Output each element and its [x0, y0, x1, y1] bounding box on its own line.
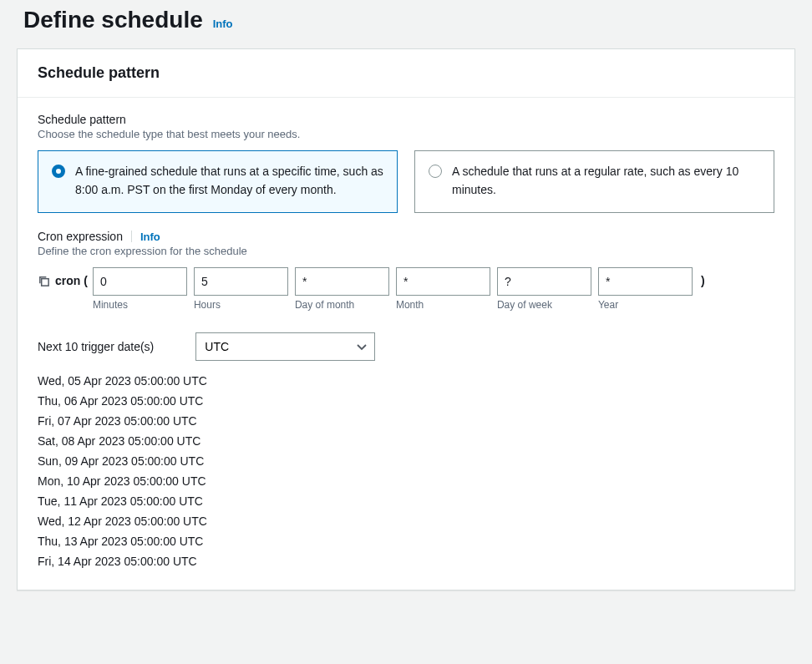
- divider: [131, 231, 132, 242]
- trigger-date: Thu, 13 Apr 2023 05:00:00 UTC: [38, 531, 774, 551]
- schedule-pattern-panel: Schedule pattern Schedule pattern Choose…: [17, 48, 795, 591]
- cron-minutes-input[interactable]: [93, 267, 187, 296]
- copy-icon[interactable]: [38, 275, 50, 287]
- next-triggers-label: Next 10 trigger date(s): [38, 340, 154, 353]
- trigger-date: Thu, 06 Apr 2023 05:00:00 UTC: [38, 391, 774, 411]
- trigger-date: Tue, 11 Apr 2023 05:00:00 UTC: [38, 491, 774, 511]
- cron-prefix-label: cron (: [55, 274, 88, 287]
- cron-day-of-week-input[interactable]: [497, 267, 591, 296]
- cron-day-of-month-input[interactable]: [295, 267, 389, 296]
- cron-info-link[interactable]: Info: [140, 231, 160, 243]
- trigger-date: Fri, 07 Apr 2023 05:00:00 UTC: [38, 411, 774, 431]
- cron-expression-section: Cron expression Info Define the cron exp…: [38, 230, 774, 311]
- schedule-pattern-section: Schedule pattern Choose the schedule typ…: [38, 113, 774, 213]
- info-link[interactable]: Info: [213, 18, 233, 30]
- cron-day-of-week-label: Day of week: [497, 299, 591, 311]
- cron-year-input[interactable]: [598, 267, 693, 296]
- radio-option-regular-rate[interactable]: A schedule that runs at a regular rate, …: [414, 150, 774, 213]
- schedule-pattern-description: Choose the schedule type that best meets…: [38, 128, 774, 140]
- radio-icon: [52, 165, 65, 178]
- trigger-date: Sun, 09 Apr 2023 05:00:00 UTC: [38, 451, 774, 471]
- panel-title: Schedule pattern: [38, 64, 774, 82]
- radio-option-label: A schedule that runs at a regular rate, …: [452, 163, 760, 199]
- cron-day-of-month-label: Day of month: [295, 299, 389, 311]
- page-title: Define schedule: [23, 7, 203, 33]
- cron-hours-input[interactable]: [194, 267, 288, 296]
- trigger-date: Mon, 10 Apr 2023 05:00:00 UTC: [38, 471, 774, 491]
- trigger-date: Wed, 12 Apr 2023 05:00:00 UTC: [38, 511, 774, 531]
- trigger-date: Wed, 05 Apr 2023 05:00:00 UTC: [38, 371, 774, 391]
- cron-hours-label: Hours: [194, 299, 288, 311]
- cron-expression-label: Cron expression: [38, 230, 123, 243]
- radio-option-fine-grained[interactable]: A fine-grained schedule that runs at a s…: [38, 150, 398, 213]
- cron-expression-description: Define the cron expression for the sched…: [38, 245, 774, 257]
- trigger-date: Fri, 14 Apr 2023 05:00:00 UTC: [38, 551, 774, 571]
- cron-month-input[interactable]: [396, 267, 490, 296]
- cron-month-label: Month: [396, 299, 490, 311]
- schedule-pattern-label: Schedule pattern: [38, 113, 774, 126]
- trigger-date: Sat, 08 Apr 2023 05:00:00 UTC: [38, 431, 774, 451]
- panel-header: Schedule pattern: [18, 49, 794, 98]
- page-header: Define schedule Info: [17, 0, 795, 48]
- radio-icon: [429, 165, 442, 178]
- next-triggers-section: Next 10 trigger date(s) UTC Wed, 05 Apr …: [38, 332, 774, 571]
- cron-year-label: Year: [598, 299, 693, 311]
- timezone-select[interactable]: UTC: [195, 332, 375, 361]
- cron-minutes-label: Minutes: [93, 299, 187, 311]
- cron-suffix-label: ): [701, 267, 705, 287]
- trigger-dates-list: Wed, 05 Apr 2023 05:00:00 UTC Thu, 06 Ap…: [38, 371, 774, 571]
- radio-option-label: A fine-grained schedule that runs at a s…: [75, 163, 383, 199]
- svg-rect-0: [42, 279, 48, 286]
